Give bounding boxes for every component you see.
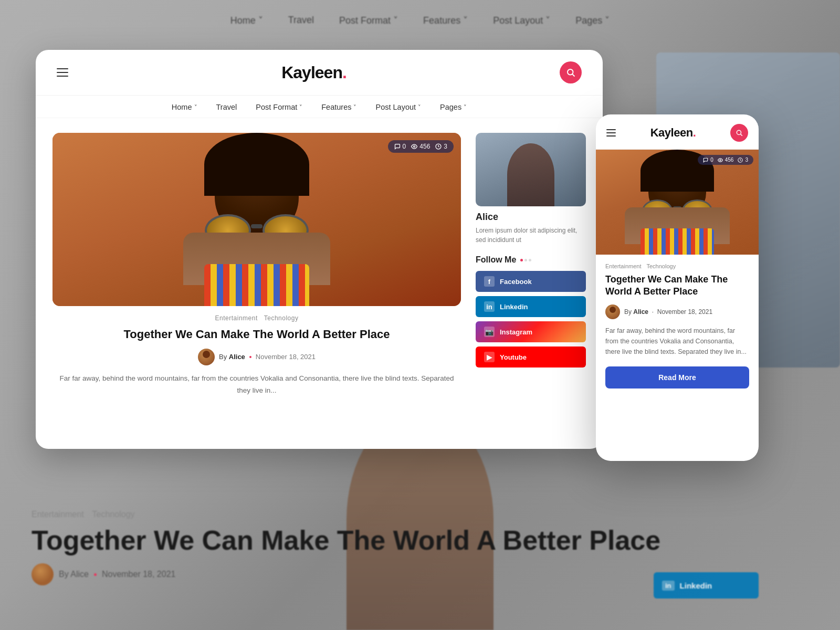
mobile-article-image: 0 456 3 (596, 150, 759, 255)
logo-text: Kayleen (281, 63, 342, 82)
nav-item-features[interactable]: Features ˅ (321, 103, 356, 111)
hamburger-menu-button[interactable] (57, 68, 68, 77)
linkedin-icon-bg: in (662, 581, 675, 591)
desktop-search-button[interactable] (560, 61, 582, 83)
author-avatar (198, 349, 215, 365)
bg-nav-home: Home ˅ (230, 15, 263, 26)
author-name-text: Alice (229, 353, 245, 361)
linkedin-label-bg: Linkedin (680, 581, 712, 590)
mobile-views-count: 456 (725, 157, 734, 163)
mobile-categories: Entertainment Technology (605, 263, 749, 269)
nav-item-pages[interactable]: Pages ˅ (440, 103, 467, 111)
youtube-button[interactable]: ▶ Youtube (476, 346, 586, 368)
cat-entertainment: Entertainment (215, 314, 258, 322)
hamburger-line-2 (57, 72, 68, 73)
sidebar: Alice Lorem ipsum dolor sit adipiscing e… (476, 133, 586, 432)
bg-nav-postlayout: Post Layout ˅ (493, 15, 550, 26)
author-dot-bg (94, 573, 97, 576)
mobile-author-info: By Alice · November 18, 2021 (624, 308, 712, 316)
nav-pages-label: Pages (440, 103, 461, 111)
facebook-icon: f (484, 276, 495, 287)
mobile-cat-entertainment: Entertainment (605, 263, 641, 269)
mobile-search-button[interactable] (730, 124, 748, 142)
bg-nav-postformat: Post Format ˅ (339, 15, 398, 26)
nav-home-chevron: ˅ (194, 104, 197, 111)
facebook-button[interactable]: f Facebook (476, 271, 586, 292)
nav-postformat-chevron: ˅ (299, 104, 302, 111)
mobile-likes-count: 3 (745, 157, 748, 163)
mobile-article-date: November 18, 2021 (657, 308, 712, 316)
svg-point-2 (414, 146, 415, 148)
cat-technology: Technology (264, 314, 299, 322)
background-date: November 18, 2021 (102, 570, 176, 579)
background-linkedin-partial: in Linkedin (654, 572, 759, 598)
views-icon (411, 143, 417, 150)
svg-point-0 (568, 69, 573, 75)
article-date: November 18, 2021 (256, 353, 316, 361)
nav-postlayout-chevron: ˅ (418, 104, 421, 111)
nav-home-label: Home (172, 103, 192, 111)
clock-icon (435, 143, 442, 150)
mobile-header: Kayleen. (596, 114, 759, 150)
article-title: Together We Can Make The World A Better … (52, 327, 461, 342)
mobile-hamburger-button[interactable] (606, 129, 616, 136)
nav-postlayout-label: Post Layout (375, 103, 416, 111)
nav-item-travel[interactable]: Travel (216, 103, 237, 111)
nav-item-postlayout[interactable]: Post Layout ˅ (375, 103, 421, 111)
linkedin-button[interactable]: in Linkedin (476, 296, 586, 317)
svg-line-5 (741, 134, 742, 136)
article-categories: Entertainment Technology (52, 314, 461, 322)
desktop-logo: Kayleen. (281, 63, 346, 82)
linkedin-icon: in (484, 301, 495, 312)
background-nav: Home ˅ Travel Post Format ˅ Features ˅ P… (230, 15, 610, 26)
nav-item-home[interactable]: Home ˅ (172, 103, 197, 111)
views-stat: 456 (411, 143, 430, 150)
mobile-comment-icon (703, 158, 708, 163)
instagram-button[interactable]: 📷 Instagram (476, 321, 586, 342)
likes-count: 3 (444, 143, 447, 150)
background-author-text: By Alice (59, 570, 89, 579)
bg-cat-technology: Technology (92, 510, 135, 519)
article-author-row: By Alice November 18, 2021 (52, 349, 461, 365)
mobile-views-stat: 456 (718, 157, 734, 163)
likes-stat: 3 (435, 143, 447, 150)
mobile-logo: Kayleen. (650, 126, 696, 140)
linkedin-label: Linkedin (500, 303, 528, 311)
mobile-author-name: Alice (633, 308, 648, 316)
instagram-label: Instagram (500, 328, 532, 336)
mobile-article-stats: 0 456 3 (698, 155, 753, 165)
mobile-likes-stat: 3 (738, 157, 748, 163)
svg-line-1 (572, 74, 574, 76)
author-separator-dot (249, 356, 251, 358)
social-buttons-list: f Facebook in Linkedin 📷 Instagram ▶ You… (476, 271, 586, 368)
bg-cat-entertainment: Entertainment (32, 510, 84, 519)
dot-3 (529, 259, 531, 261)
dot-2 (524, 259, 527, 261)
sidebar-bio-text: Lorem ipsum dolor sit adipiscing elit, s… (476, 226, 586, 245)
mobile-views-icon (718, 158, 723, 163)
goggle-bridge (251, 224, 262, 228)
background-main-title: Together We Can Make The World A Better … (32, 524, 808, 556)
nav-travel-label: Travel (216, 103, 237, 111)
mobile-card: Kayleen. 0 456 3 (596, 114, 759, 461)
nav-item-postformat[interactable]: Post Format ˅ (256, 103, 302, 111)
search-icon (566, 68, 575, 77)
hamburger-line-1 (57, 68, 68, 69)
mobile-comment-stat: 0 (703, 157, 713, 163)
mobile-hamburger-line-1 (606, 129, 616, 130)
desktop-content: 0 456 3 Entertainment Technology Togethe… (36, 118, 603, 446)
svg-point-6 (720, 159, 721, 161)
comment-count: 0 (403, 143, 406, 150)
youtube-icon: ▶ (484, 352, 495, 362)
bg-nav-pages: Pages ˅ (575, 15, 610, 26)
logo-dot: . (342, 63, 346, 82)
comment-icon (394, 143, 401, 150)
mobile-cat-technology: Technology (646, 263, 676, 269)
sidebar-author-name: Alice (476, 212, 586, 223)
views-count: 456 (419, 143, 430, 150)
nav-pages-chevron: ˅ (464, 104, 467, 111)
follow-me-label: Follow Me (476, 255, 516, 265)
read-more-button[interactable]: Read More (605, 366, 749, 388)
svg-point-4 (737, 130, 741, 134)
mobile-clock-icon (738, 158, 743, 163)
